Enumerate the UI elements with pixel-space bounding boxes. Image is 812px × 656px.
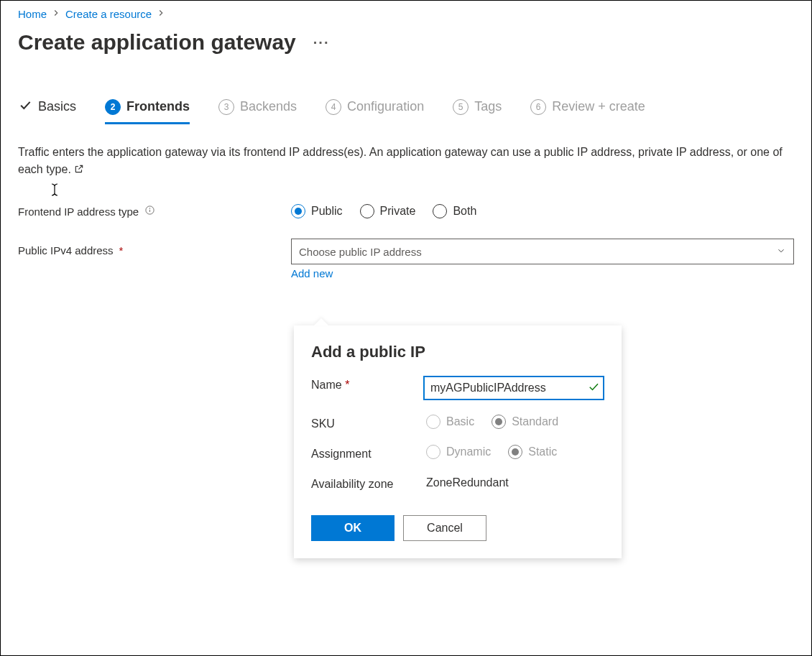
frontend-ip-type-radios: Public Private Both [291,204,476,218]
text-cursor-icon [49,182,60,198]
tab-label-basics: Basics [38,99,76,114]
cancel-button[interactable]: Cancel [403,515,486,541]
label-text: Public IPv4 address [18,244,114,257]
tab-configuration[interactable]: 4 Configuration [326,99,424,124]
step-number-icon: 6 [530,99,546,115]
field-frontend-ip-type: Frontend IP address type Public Private … [18,204,794,218]
tab-review[interactable]: 6 Review + create [530,99,645,124]
sku-label: SKU [311,415,426,430]
required-marker: * [119,244,124,257]
name-label: Name * [311,376,423,392]
radio-label-both: Both [453,205,476,218]
tab-label-review: Review + create [552,99,645,114]
step-number-icon: 4 [326,99,341,115]
external-link-icon[interactable] [74,163,84,175]
radio-public[interactable]: Public [291,204,343,218]
page-title: Create application gateway ··· [18,30,794,55]
tab-basics[interactable]: Basics [18,98,76,125]
label-text: Name [311,379,342,391]
radio-assignment-dynamic: Dynamic [426,445,491,459]
info-icon[interactable] [144,205,155,218]
popup-button-row: OK Cancel [311,515,604,541]
frontend-ip-type-label: Frontend IP address type [18,205,291,218]
step-number-icon: 2 [105,99,121,115]
breadcrumb: Home Create a resource [18,8,794,20]
check-icon [18,98,32,116]
page-title-text: Create application gateway [18,30,296,55]
popup-field-availability-zone: Availability zone ZoneRedundant [311,475,604,491]
popup-field-sku: SKU Basic Standard [311,415,604,430]
add-public-ip-popup: Add a public IP Name * SKU Basic Standar… [294,325,622,558]
radio-label-dynamic: Dynamic [446,445,491,458]
label-text: Frontend IP address type [18,205,139,218]
name-input[interactable] [423,376,604,400]
required-marker: * [345,379,349,391]
chevron-right-icon [156,8,166,20]
wizard-tabs: Basics 2 Frontends 3 Backends 4 Configur… [18,98,794,125]
availability-zone-label: Availability zone [311,475,426,491]
tab-tags[interactable]: 5 Tags [453,99,502,124]
tab-description: Traffic enters the application gateway v… [18,144,794,178]
valid-check-icon [587,380,600,396]
popup-field-assignment: Assignment Dynamic Static [311,445,604,461]
add-new-link[interactable]: Add new [291,267,333,280]
ok-button[interactable]: OK [311,515,395,541]
assignment-label: Assignment [311,445,426,461]
breadcrumb-home[interactable]: Home [18,8,47,20]
step-number-icon: 3 [218,99,234,115]
breadcrumb-create-resource[interactable]: Create a resource [65,8,152,20]
step-number-icon: 5 [453,99,469,115]
public-ip-label: Public IPv4 address * [18,239,291,257]
radio-label-private: Private [380,205,416,218]
radio-private[interactable]: Private [360,204,416,218]
radio-label-static: Static [528,445,557,458]
availability-zone-value: ZoneRedundant [426,475,604,489]
more-actions-button[interactable]: ··· [310,34,333,51]
radio-label-basic: Basic [446,415,474,428]
popup-field-name: Name * [311,376,604,400]
radio-assignment-static: Static [508,445,557,459]
field-public-ip: Public IPv4 address * Choose public IP a… [18,239,794,280]
tab-label-backends: Backends [240,99,297,114]
radio-sku-basic: Basic [426,415,474,429]
chevron-down-icon [776,246,786,258]
tab-backends[interactable]: 3 Backends [218,99,297,124]
radio-both[interactable]: Both [433,204,476,218]
tab-label-tags: Tags [474,99,502,114]
popup-title: Add a public IP [311,343,604,361]
public-ip-select[interactable]: Choose public IP address [291,239,794,264]
radio-label-standard: Standard [512,415,558,428]
tab-label-frontends: Frontends [126,99,190,114]
tab-frontends[interactable]: 2 Frontends [105,99,190,124]
select-placeholder: Choose public IP address [299,246,422,258]
tab-label-configuration: Configuration [347,99,424,114]
chevron-right-icon [51,8,61,20]
svg-point-2 [149,208,150,209]
description-text: Traffic enters the application gateway v… [18,146,783,175]
radio-sku-standard: Standard [492,415,558,429]
radio-label-public: Public [311,205,343,218]
